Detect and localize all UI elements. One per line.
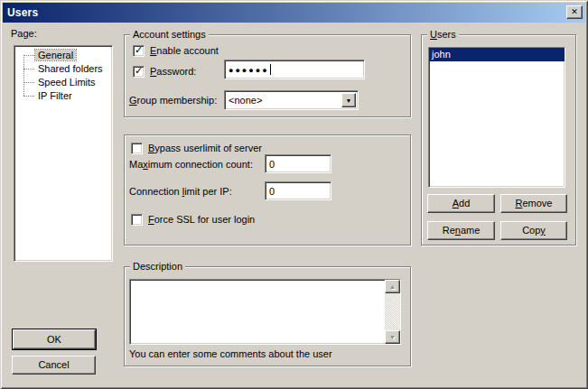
check-icon: ✓ — [135, 65, 143, 77]
password-input[interactable]: ●●●●●● — [224, 60, 365, 79]
enable-account-checkbox[interactable]: ✓ — [133, 45, 145, 57]
account-settings-caption: Account settings — [130, 29, 209, 41]
users-dialog: Users ✕ Page: General Shared folders Spe… — [0, 0, 588, 389]
cancel-button[interactable]: Cancel — [12, 356, 96, 375]
tree-item-general[interactable]: General — [14, 49, 112, 62]
bypass-userlimit-checkbox[interactable] — [131, 143, 143, 154]
connection-per-ip-input[interactable]: 0 — [265, 181, 331, 200]
force-ssl-checkbox[interactable] — [131, 214, 143, 226]
users-list[interactable]: john — [428, 47, 565, 188]
list-item-john[interactable]: john — [429, 48, 565, 61]
scroll-down-icon[interactable]: ▼ — [385, 330, 400, 344]
password-label: Password: — [150, 66, 196, 78]
users-caption: Users — [427, 29, 459, 41]
max-connection-label: Maximum connection count: — [129, 159, 253, 171]
remove-button[interactable]: Remove — [500, 194, 567, 213]
tree-item-ip-filter[interactable]: IP Filter — [14, 89, 112, 103]
max-connection-input[interactable]: 0 — [265, 154, 331, 173]
description-hint: You can enter some comments about the us… — [129, 348, 332, 360]
page-label: Page: — [11, 28, 37, 40]
tree-item-shared-folders[interactable]: Shared folders — [14, 62, 112, 76]
add-button[interactable]: Add — [427, 194, 495, 213]
group-membership-label: Group membership: — [129, 95, 217, 107]
bypass-userlimit-label: Bypass userlimit of server — [148, 143, 262, 154]
scroll-up-icon[interactable]: ▲ — [385, 280, 400, 293]
chevron-down-icon[interactable]: ▼ — [341, 93, 356, 107]
page-tree[interactable]: General Shared folders Speed Limits IP F… — [14, 45, 113, 262]
group-membership-select[interactable]: <none> ▼ — [224, 90, 359, 110]
text-caret — [270, 64, 271, 75]
enable-account-label: Enable account — [150, 45, 219, 57]
description-caption: Description — [130, 261, 185, 273]
check-icon: ✓ — [135, 44, 143, 56]
connection-per-ip-label: Connection limit per IP: — [129, 186, 232, 198]
tree-item-speed-limits[interactable]: Speed Limits — [14, 76, 112, 89]
ok-button[interactable]: OK — [13, 329, 96, 349]
force-ssl-label: Force SSL for user login — [148, 214, 255, 226]
title-bar[interactable]: Users — [3, 3, 585, 23]
rename-button[interactable]: Rename — [427, 221, 495, 240]
close-icon[interactable]: ✕ — [566, 5, 583, 19]
dialog-title: Users — [7, 6, 38, 19]
description-textarea[interactable]: ▲ ▼ — [129, 279, 401, 345]
password-checkbox[interactable]: ✓ — [133, 66, 145, 78]
copy-button[interactable]: Copy — [500, 221, 567, 240]
description-scrollbar[interactable]: ▲ ▼ — [385, 280, 400, 344]
